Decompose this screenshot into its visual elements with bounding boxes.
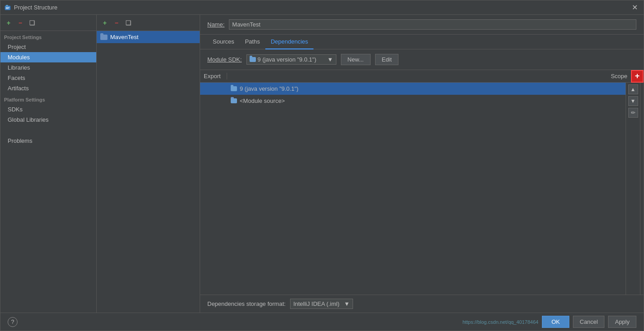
sdk-new-button[interactable]: New...	[341, 54, 371, 65]
sidebar-remove-button[interactable]: −	[16, 18, 25, 27]
sidebar-item-libraries[interactable]: Libraries	[0, 62, 96, 73]
title-bar: Project Structure ✕	[0, 0, 644, 15]
sdk-row: Module SDK: 9 (java version "9.0.1") ▼ N…	[200, 49, 644, 70]
deps-table-wrapper: 9 (java version "9.0.1") <Module source>	[200, 83, 644, 295]
module-toolbar: + − ❑	[97, 15, 200, 31]
sdk-row-folder-icon	[231, 86, 237, 91]
footer-url: https://blog.csdn.net/qq_40178464	[462, 319, 538, 325]
sidebar-toolbar: + − ❑	[0, 15, 96, 31]
sidebar-item-global-libraries[interactable]: Global Libraries	[0, 115, 96, 125]
sdk-dropdown-value: 9 (java version "9.0.1")	[258, 56, 317, 63]
deps-row-sdk[interactable]: 9 (java version "9.0.1")	[200, 83, 626, 95]
module-folder-icon	[100, 35, 107, 40]
tab-paths[interactable]: Paths	[240, 35, 265, 49]
sdk-label: Module SDK:	[207, 56, 242, 63]
deps-name-sdk: 9 (java version "9.0.1")	[227, 84, 581, 93]
deps-export-sdk	[200, 88, 227, 90]
tab-dependencies[interactable]: Dependencies	[265, 35, 313, 49]
sidebar-item-sdks[interactable]: SDKs	[0, 104, 96, 115]
bottom-bar: Dependencies storage format: IntelliJ ID…	[200, 295, 644, 313]
footer-right: https://blog.csdn.net/qq_40178464 OK Can…	[462, 316, 636, 328]
svg-rect-3	[6, 8, 9, 9]
sidebar-item-problems[interactable]: Problems	[0, 136, 96, 146]
deps-table-area: Export Scope + 9 (java version "9.0.1")	[200, 70, 644, 313]
title-bar-text: Project Structure	[14, 4, 629, 11]
svg-rect-2	[6, 7, 9, 8]
deps-name-module: <Module source>	[227, 97, 581, 105]
module-add-button[interactable]: +	[100, 18, 109, 27]
close-button[interactable]: ✕	[629, 2, 640, 13]
sidebar-copy-button[interactable]: ❑	[27, 18, 36, 27]
sdk-dropdown[interactable]: 9 (java version "9.0.1") ▼	[246, 54, 336, 65]
col-header-export: Export	[200, 73, 227, 79]
cancel-button[interactable]: Cancel	[573, 316, 604, 328]
move-down-button[interactable]: ▼	[628, 96, 638, 106]
module-item-label: MavenTest	[110, 34, 139, 40]
apply-button[interactable]: Apply	[608, 316, 636, 328]
svg-rect-1	[6, 5, 8, 6]
module-copy-button[interactable]: ❑	[124, 18, 133, 27]
side-action-buttons: ▲ ▼ ✏	[626, 83, 640, 295]
deps-table-body: 9 (java version "9.0.1") <Module source>	[200, 83, 626, 295]
deps-table-header: Export Scope +	[200, 70, 644, 83]
name-input[interactable]	[229, 19, 636, 30]
module-row-folder-icon	[231, 98, 237, 103]
project-settings-section: Project Settings	[0, 31, 96, 42]
tabs-row: Sources Paths Dependencies	[200, 35, 644, 49]
sidebar-item-artifacts[interactable]: Artifacts	[0, 83, 96, 93]
footer: ? https://blog.csdn.net/qq_40178464 OK C…	[0, 313, 644, 331]
storage-format-value: IntelliJ IDEA (.iml)	[293, 300, 340, 307]
move-up-button[interactable]: ▲	[628, 84, 638, 94]
edit-button[interactable]: ✏	[628, 108, 638, 118]
sidebar-item-facets[interactable]: Facets	[0, 73, 96, 83]
sidebar-add-button[interactable]: +	[4, 18, 13, 27]
module-item-maventest[interactable]: MavenTest	[97, 31, 200, 43]
sidebar: + − ❑ Project Settings Project Modules L…	[0, 15, 97, 313]
deps-row-module-label: <Module source>	[240, 97, 285, 104]
sdk-folder-icon	[250, 57, 256, 62]
module-panel: + − ❑ MavenTest	[97, 15, 200, 313]
deps-row-module-source[interactable]: <Module source>	[200, 95, 626, 107]
deps-scope-sdk	[581, 88, 626, 90]
ok-button[interactable]: OK	[542, 316, 569, 328]
deps-row-sdk-label: 9 (java version "9.0.1")	[240, 85, 299, 92]
sdk-edit-button[interactable]: Edit	[375, 54, 398, 65]
name-row: Name:	[200, 15, 644, 35]
add-dependency-button[interactable]: +	[631, 70, 644, 83]
deps-scope-module	[581, 100, 626, 102]
sidebar-item-project[interactable]: Project	[0, 42, 96, 52]
sdk-dropdown-arrow: ▼	[327, 56, 333, 63]
platform-settings-section: Platform Settings	[0, 93, 96, 104]
main-content: + − ❑ Project Settings Project Modules L…	[0, 15, 644, 313]
content-area: Name: Sources Paths Dependencies Module …	[200, 15, 644, 313]
tab-sources[interactable]: Sources	[207, 35, 240, 49]
project-structure-window: Project Structure ✕ + − ❑ Project Settin…	[0, 0, 644, 331]
name-label: Name:	[207, 21, 224, 28]
window-icon	[4, 4, 11, 11]
module-remove-button[interactable]: −	[112, 18, 121, 27]
scrollbar[interactable]	[640, 83, 644, 295]
footer-left: ?	[8, 317, 18, 327]
sidebar-item-modules[interactable]: Modules	[0, 52, 96, 62]
deps-export-module	[200, 100, 227, 102]
storage-format-dropdown[interactable]: IntelliJ IDEA (.iml) ▼	[290, 299, 353, 309]
col-header-scope: Scope	[595, 73, 631, 79]
storage-format-arrow: ▼	[344, 300, 350, 307]
help-button[interactable]: ?	[8, 317, 18, 327]
bottom-label: Dependencies storage format:	[207, 300, 286, 307]
